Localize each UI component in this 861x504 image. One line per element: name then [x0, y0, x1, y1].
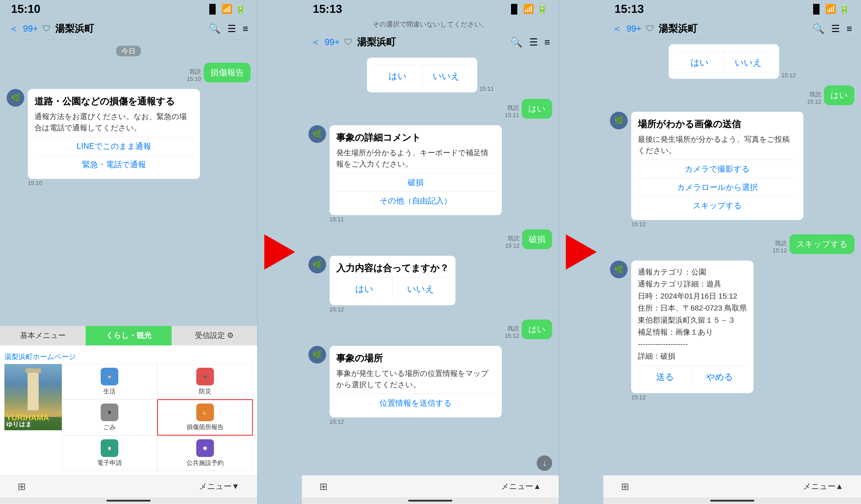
confirm-row-top3: はい いいえ — [675, 51, 773, 73]
scroll-down-btn[interactable]: ↓ — [537, 455, 552, 471]
link-damage[interactable]: 破損 — [336, 173, 495, 191]
link-emergency-report[interactable]: 緊急・電話で通報 — [35, 155, 193, 174]
confirm-yes-top3[interactable]: はい — [675, 52, 724, 73]
link-camera[interactable]: カメラで撮影する — [638, 160, 797, 178]
list-icon-1[interactable]: ☰ — [228, 23, 236, 34]
back-button-2[interactable]: ＜ — [311, 36, 320, 49]
list-icon-3[interactable]: ☰ — [831, 23, 840, 34]
bubble-title-3: 入力内容は合ってますか？ — [336, 261, 449, 275]
badge-count-2: 99+ — [325, 37, 340, 47]
search-icon-2[interactable]: 🔍 — [510, 37, 522, 48]
bubble-hai-1: はい — [522, 99, 552, 119]
badge-count-3: 99+ — [626, 24, 641, 33]
icon-cell-disaster[interactable]: ➕ 防災 — [157, 364, 252, 399]
msg-row-left-6: 🌿 通報カテゴリ：公園通報カテゴリ詳細：遊具日時：2024年01月16日 15:… — [610, 261, 855, 401]
menu-grid: ゆりはま YURIHAMA 🏠 生活 ➕ 防災 🗑 — [4, 364, 253, 471]
confirm-cancel[interactable]: やめる — [693, 366, 747, 388]
town-name-2: 湯梨浜町 — [357, 36, 506, 49]
link-skip[interactable]: スキップする — [638, 196, 797, 215]
home-bar-3 — [710, 500, 754, 502]
status-bar-2: 15:13 ▐▌ 📶 🔋 — [302, 0, 559, 18]
icon-grid: 🏠 生活 ➕ 防災 🗑 ごみ 📐 損傷箇所報告 — [62, 364, 253, 471]
homepage-link[interactable]: 湯梨浜町ホームページ — [4, 350, 253, 364]
life-icon: 🏠 — [101, 368, 118, 385]
keyboard-btn-1[interactable]: ⊞ — [18, 481, 26, 492]
bubble-hai-2: はい — [522, 319, 552, 339]
msg-time-r2: 既読 15:11 — [505, 104, 519, 119]
time-top: 15:11 — [479, 85, 494, 92]
search-icon-3[interactable]: 🔍 — [812, 23, 824, 35]
bubble-hai-3: はい — [824, 85, 855, 105]
town-image: ゆりはま YURIHAMA — [4, 364, 62, 430]
bubble-wrapper-6: 通報カテゴリ：公園通報カテゴリ詳細：遊具日時：2024年01月16日 15:12… — [631, 261, 753, 401]
confirm-yes-2[interactable]: はい — [336, 278, 393, 300]
bubble-title-4: 事象の場所 — [336, 351, 495, 365]
status-time-1: 15:10 — [11, 2, 40, 15]
confirm-no-2[interactable]: いいえ — [393, 278, 449, 300]
status-time-3: 15:13 — [614, 2, 644, 15]
menu-toggle-3[interactable]: メニュー▲ — [803, 481, 843, 492]
back-button-1[interactable]: ＜ — [9, 22, 18, 35]
home-bar-1 — [106, 500, 151, 502]
menu-toggle-2[interactable]: メニュー▲ — [501, 481, 541, 492]
icon-cell-trash[interactable]: 🗑 ごみ — [62, 399, 157, 436]
time-top3: 15:12 — [781, 72, 796, 79]
menu-icon-3[interactable]: ≡ — [846, 23, 852, 34]
link-location[interactable]: 位置情報を送信する — [336, 394, 495, 412]
tab-settings[interactable]: 受信設定 ⚙ — [172, 326, 257, 345]
home-indicator-2 — [302, 498, 559, 504]
signal-icon: ▐▌ — [206, 4, 219, 14]
search-icon-1[interactable]: 🔍 — [209, 23, 221, 35]
bubble-desc-5: 最後に発生場所が分かるよう、写真をご投稿ください。 — [638, 134, 797, 156]
menu-content-1: 湯梨浜町ホームページ ゆりはま YURIHAMA 🏠 — [0, 345, 257, 475]
keyboard-btn-2[interactable]: ⊞ — [319, 481, 328, 492]
tab-living[interactable]: くらし・観光 — [86, 326, 171, 345]
bubble-desc-1: 通報方法をお選びください。なお、緊急の場合は電話で通報してください。 — [35, 111, 193, 133]
bubble-title-5: 場所がわかる画像の送信 — [638, 117, 797, 131]
link-other[interactable]: その他（自由記入） — [336, 191, 495, 210]
arrow-2 — [559, 0, 603, 504]
link-camera-roll[interactable]: カメラロールから選択 — [638, 178, 797, 196]
icon-cell-facility[interactable]: 🕐 公共施設予約 — [157, 436, 252, 471]
keyboard-btn-3[interactable]: ⊞ — [621, 481, 629, 492]
status-bar-1: 15:10 ▐▌ 📶 🔋 — [0, 0, 257, 18]
confirm-send[interactable]: 送る — [638, 366, 692, 388]
wifi-icon-2: 📶 — [523, 4, 534, 14]
msg-row-right-6: 既読 15:12 スキップする — [610, 234, 855, 254]
confirm-no-top[interactable]: いいえ — [422, 65, 471, 87]
back-button-3[interactable]: ＜ — [612, 22, 622, 35]
status-bar-3: 15:13 ▐▌ 📶 🔋 — [603, 0, 861, 18]
bubble-wrapper-4: 事象の場所 事象が発生している場所の位置情報をマップから選択してください。 位置… — [330, 346, 502, 425]
bubble-time-3: 15:12 — [330, 306, 455, 313]
confirm-yes-top[interactable]: はい — [373, 65, 422, 87]
wifi-icon: 📶 — [221, 4, 232, 14]
bot-avatar-3: 🌿 — [309, 256, 326, 273]
panel-2: 15:13 ▐▌ 📶 🔋 その選択で間違いないしてください。 ＜ 99+ 🛡 湯… — [302, 0, 559, 504]
bubble-wrapper-1: 道路・公園などの損傷を通報する 通報方法をお選びください。なお、緊急の場合は電話… — [28, 89, 200, 187]
icon-cell-damage[interactable]: 📐 損傷箇所報告 — [157, 399, 252, 436]
list-icon-2[interactable]: ☰ — [529, 37, 538, 48]
bubble-report-detail: 通報カテゴリ：公園通報カテゴリ詳細：遊具日時：2024年01月16日 15:12… — [631, 261, 753, 393]
bubble-time-5: 15:12 — [631, 221, 803, 228]
bubble-detail-comment: 事象の詳細コメント 発生場所が分かるよう、キーボードで補足情報をご入力ください。… — [330, 125, 502, 215]
link-line-report[interactable]: LINEでこのまま通報 — [35, 137, 193, 155]
menu-toggle-1[interactable]: メニュー▼ — [199, 481, 240, 492]
bubble-wrapper-2: 事象の詳細コメント 発生場所が分かるよう、キーボードで補足情報をご入力ください。… — [330, 125, 502, 223]
menu-icon-2[interactable]: ≡ — [544, 37, 550, 48]
icon-cell-life[interactable]: 🏠 生活 — [62, 364, 157, 399]
bubble-skip: スキップする — [790, 234, 855, 254]
red-arrow-1 — [264, 234, 295, 270]
bottom-bar-1: ⊞ メニュー▼ — [0, 475, 257, 498]
disaster-label: 防災 — [199, 387, 211, 396]
confirm-no-top3[interactable]: いいえ — [724, 52, 773, 73]
shield-icon-1: 🛡 — [42, 24, 51, 33]
menu-icon-1[interactable]: ≡ — [243, 23, 248, 34]
msg-time-r4: 既読 15:12 — [505, 325, 519, 339]
header-icons-2: 🔍 ☰ ≡ — [510, 37, 550, 48]
bubble-title-2: 事象の詳細コメント — [336, 131, 495, 145]
tab-basic-menu[interactable]: 基本メニュー — [0, 326, 86, 345]
wifi-icon-3: 📶 — [825, 4, 836, 14]
bubble-time-4: 15:12 — [330, 418, 502, 425]
icon-cell-eform[interactable]: 📋 電子申請 — [62, 436, 157, 471]
msg-row-right-5: 既読 15:12 はい — [610, 85, 855, 105]
